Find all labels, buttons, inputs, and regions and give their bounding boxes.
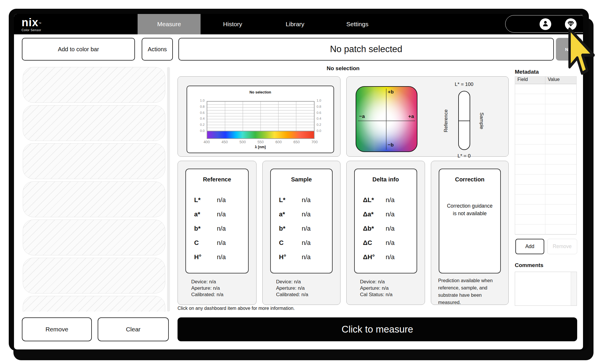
card-row: ΔL*n/a [355, 193, 417, 207]
metadata-cell-field [515, 195, 545, 204]
color-bar-slot[interactable] [23, 67, 165, 103]
delta-info-panel[interactable]: Delta infoΔL*n/aΔa*n/aΔb*n/aΔCn/aΔH°n/aD… [346, 161, 425, 305]
trademark: ™ [38, 22, 41, 25]
metadata-row[interactable] [515, 225, 576, 234]
card-row: b*n/a [186, 221, 248, 236]
card-row-value: n/a [302, 239, 311, 247]
card-row: Cn/a [271, 236, 332, 250]
card-row-value: n/a [217, 225, 226, 232]
color-bar-slot[interactable] [23, 258, 165, 294]
metadata-row[interactable] [515, 94, 576, 104]
metadata-row[interactable] [515, 204, 576, 214]
metadata-row[interactable] [515, 124, 576, 134]
lightness-indicator[interactable] [458, 91, 470, 150]
color-bar-slot[interactable] [23, 296, 165, 312]
card-row-label: Δa* [355, 211, 386, 218]
spectral-chart-card[interactable]: No selection λ [nm] 1.01.00.80.80.60.60.… [187, 86, 334, 153]
metadata-row[interactable] [515, 104, 576, 114]
tab-history[interactable]: History [203, 14, 262, 34]
lab-ab-plane[interactable]: +b −b −a +a [356, 86, 417, 152]
dashboard-card-correction[interactable]: CorrectionCorrection guidance is not ava… [439, 169, 501, 273]
dashboard-card-sample[interactable]: SampleL*n/aa*n/ab*n/aCn/aH°n/a [270, 169, 333, 273]
metadata-row[interactable] [515, 215, 576, 225]
spectrum-color-strip [207, 131, 315, 139]
card-footer: Device: n/aAperture: n/aCal Status: n/a [360, 279, 393, 298]
card-row-label: Δb* [355, 225, 386, 232]
metadata-row[interactable] [515, 154, 576, 164]
correction-message: Correction guidance is not available [439, 202, 500, 217]
card-footer: Device: n/aAperture: n/aCalibrated: n/a [276, 279, 308, 298]
metadata-row[interactable] [515, 144, 576, 154]
plus-a-label: +a [408, 114, 414, 119]
dashboard-card-reference[interactable]: ReferenceL*n/aa*n/ab*n/aCn/aH°n/a [185, 169, 249, 273]
metadata-cell-field [515, 144, 545, 154]
metadata-row[interactable] [515, 165, 576, 174]
app-window: nix™ Color Sensor MeasureHistoryLibraryS… [14, 14, 583, 349]
metadata-row[interactable] [515, 195, 576, 204]
card-row-label: a* [271, 211, 302, 218]
color-bar-slot[interactable] [23, 105, 165, 141]
color-bar-slot-list [23, 67, 165, 312]
tab-library[interactable]: Library [266, 14, 324, 34]
spectral-plot-area [207, 101, 315, 131]
color-bar-slot[interactable] [23, 143, 165, 179]
dashboard-selection-title: No selection [177, 65, 509, 72]
card-row-value: n/a [386, 253, 395, 261]
card-row: a*n/a [186, 207, 248, 221]
spectral-gridlines [207, 102, 314, 131]
card-row-label: L* [186, 196, 217, 204]
metadata-row[interactable] [515, 134, 576, 144]
card-row-value: n/a [302, 196, 311, 204]
spectral-x-tick: 450 [218, 140, 231, 144]
metadata-cell-field [515, 204, 545, 214]
metadata-row[interactable] [515, 84, 576, 94]
metadata-cell-field [515, 84, 545, 94]
card-row-value: n/a [217, 253, 226, 261]
card-title: Delta info [355, 176, 417, 183]
card-row-label: ΔL* [355, 196, 386, 204]
plus-b-label: +b [388, 89, 394, 95]
correction-panel[interactable]: CorrectionCorrection guidance is not ava… [431, 161, 509, 305]
metadata-table[interactable]: Field Value [515, 76, 577, 234]
spectral-chart-title: No selection [187, 90, 333, 94]
comments-scrollbar[interactable] [571, 272, 577, 305]
card-row-label: C [271, 239, 302, 247]
tab-settings[interactable]: Settings [328, 14, 387, 34]
metadata-row[interactable] [515, 185, 576, 195]
metadata-cell-field [515, 185, 545, 194]
patch-status-header[interactable]: No patch selected [178, 38, 554, 61]
metadata-remove-button[interactable]: Remove [547, 239, 577, 254]
color-bar-scrollbar[interactable] [167, 67, 170, 312]
card-title: Correction [439, 176, 500, 183]
spectral-x-tick: 700 [308, 140, 321, 144]
spectral-y-tick: 0.6 [189, 111, 205, 114]
spectral-y-tick: 0.4 [189, 117, 205, 120]
correction-footer: Prediction available when reference, sam… [438, 277, 504, 306]
card-row: H°n/a [186, 250, 248, 264]
card-title: Sample [271, 176, 332, 183]
metadata-add-button[interactable]: Add [515, 239, 544, 254]
color-bar-slot[interactable] [23, 181, 165, 217]
clear-button[interactable]: Clear [98, 317, 169, 341]
tab-measure[interactable]: Measure [138, 14, 201, 34]
card-row: Δa*n/a [355, 207, 417, 221]
reference-panel[interactable]: ReferenceL*n/aa*n/ab*n/aCn/aH°n/aDevice:… [178, 161, 257, 305]
comments-input[interactable] [515, 272, 577, 306]
actions-button[interactable]: Actions [142, 38, 173, 61]
remove-patch-button[interactable]: Remove [22, 317, 92, 341]
user-account-button[interactable] [540, 18, 551, 30]
sample-panel[interactable]: SampleL*n/aa*n/ab*n/aCn/aH°n/aDevice: n/… [262, 161, 340, 305]
spectral-x-tick: 400 [200, 140, 213, 144]
dashboard-card-delta-info[interactable]: Delta infoΔL*n/aΔa*n/aΔb*n/aΔCn/aΔH°n/a [354, 169, 417, 273]
comments-title: Comments [515, 262, 543, 268]
card-row-label: L* [271, 196, 302, 204]
metadata-cell-field [515, 225, 545, 234]
metadata-row[interactable] [515, 174, 576, 184]
card-row-value: n/a [217, 211, 226, 218]
card-row: H°n/a [271, 250, 332, 264]
metadata-row[interactable] [515, 114, 576, 124]
add-to-color-bar-button[interactable]: Add to color bar [22, 38, 135, 61]
spectral-x-axis-label: λ [nm] [187, 145, 333, 149]
color-bar-slot[interactable] [23, 220, 165, 255]
click-to-measure-button[interactable]: Click to measure [178, 317, 577, 341]
